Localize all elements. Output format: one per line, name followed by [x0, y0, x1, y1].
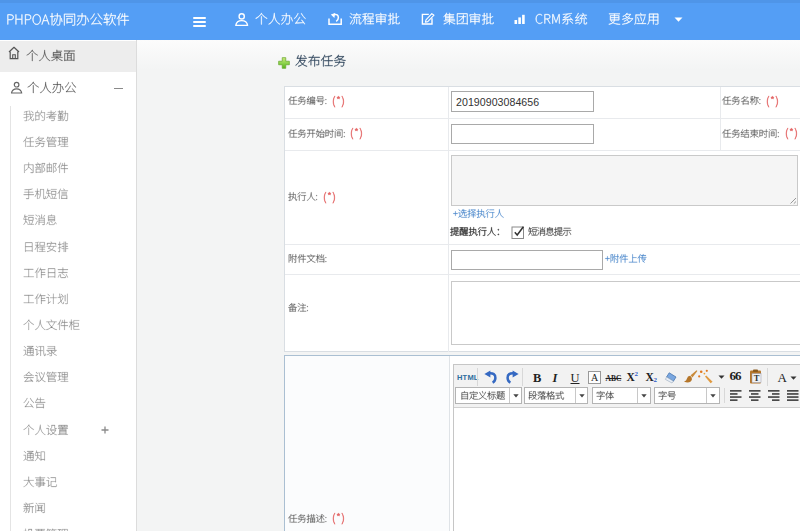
svg-text:T: T [753, 373, 759, 383]
